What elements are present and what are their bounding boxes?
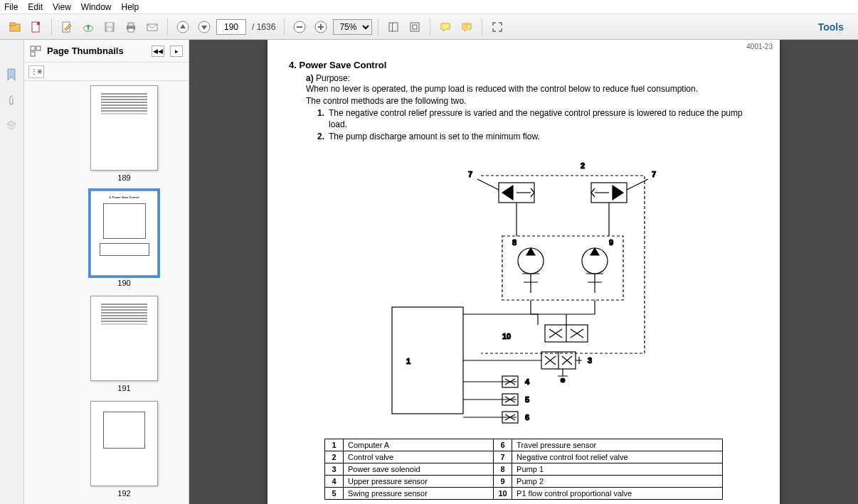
svg-text:1: 1: [406, 357, 411, 365]
svg-rect-25: [36, 46, 41, 50]
thumbnails-icon: [30, 45, 41, 57]
svg-rect-16: [297, 26, 302, 28]
pdf-page: 4001-23 4. Power Save Control a) Purpose…: [268, 40, 780, 504]
open-file-icon[interactable]: [6, 18, 24, 36]
thumb-192[interactable]: 192: [60, 401, 189, 498]
svg-rect-22: [411, 23, 419, 31]
thumb-190[interactable]: 4. Power Save Control 190: [60, 191, 189, 287]
zoom-out-icon[interactable]: [290, 18, 309, 36]
comment-icon[interactable]: [436, 18, 455, 36]
menu-file[interactable]: File: [4, 2, 18, 12]
table-row: 4Upper pressure sensor9Pump 2: [325, 475, 723, 487]
svg-rect-7: [107, 23, 112, 26]
svg-point-43: [561, 378, 565, 382]
paragraph-2: The control methods are the following tw…: [306, 95, 758, 107]
page-down-icon[interactable]: [195, 18, 213, 36]
numbered-list: 1.The negative control relief pressure i…: [317, 107, 758, 143]
svg-text:4: 4: [525, 377, 530, 386]
svg-text:7: 7: [468, 170, 472, 178]
svg-text:5: 5: [525, 395, 529, 404]
panel-menu-button[interactable]: ▸: [170, 45, 183, 57]
svg-rect-10: [128, 23, 134, 26]
svg-text:9: 9: [609, 238, 613, 247]
svg-rect-1: [10, 23, 15, 26]
menu-edit[interactable]: Edit: [28, 2, 43, 12]
svg-text:7: 7: [652, 170, 656, 178]
paragraph-1: When no lever is operated, the pump load…: [306, 83, 758, 95]
email-icon[interactable]: [143, 18, 161, 36]
fit-width-icon[interactable]: [384, 18, 403, 36]
tools-link[interactable]: Tools: [818, 21, 844, 33]
page-up-icon[interactable]: [174, 18, 192, 36]
thumbnails-panel: Page Thumbnails ◀◀ ▸ ⋮≡ 189 4. Power Sav…: [24, 40, 189, 504]
menu-bar: File Edit View Window Help: [0, 0, 858, 14]
table-row: 5Swing pressure sensor10P1 flow control …: [325, 487, 723, 499]
zoom-in-icon[interactable]: [312, 18, 330, 36]
menu-window[interactable]: Window: [81, 2, 112, 12]
toolbar: / 1636 75% Tools: [0, 14, 858, 40]
svg-rect-20: [389, 23, 398, 31]
menu-view[interactable]: View: [53, 2, 71, 12]
thumbnails-list[interactable]: 189 4. Power Save Control 190 191 192: [24, 81, 189, 504]
svg-text:3: 3: [588, 356, 592, 365]
page-number-input[interactable]: [216, 19, 246, 35]
section-title: 4. Power Save Control: [289, 60, 758, 70]
hydraulic-diagram: 2 7 7: [353, 154, 694, 431]
thumbnail-options-button[interactable]: ⋮≡: [28, 65, 44, 78]
svg-text:6: 6: [525, 413, 529, 422]
menu-help[interactable]: Help: [122, 2, 139, 12]
cloud-upload-icon[interactable]: [79, 18, 97, 36]
bookmark-icon[interactable]: [6, 68, 18, 81]
collapse-panel-button[interactable]: ◀◀: [152, 45, 164, 57]
svg-rect-24: [31, 46, 35, 50]
svg-rect-23: [413, 25, 417, 29]
svg-rect-19: [320, 24, 322, 30]
print-icon[interactable]: [122, 18, 140, 36]
svg-rect-39: [392, 307, 463, 414]
svg-rect-21: [392, 23, 393, 31]
legend-table: 1Computer A6Travel pressure sensor 2Cont…: [324, 439, 723, 500]
svg-text:2: 2: [581, 161, 585, 170]
page-corner-label: 4001-23: [746, 43, 773, 50]
svg-rect-11: [128, 28, 134, 32]
table-row: 3Power save solenoid8Pump 1: [325, 463, 723, 475]
table-row: 1Computer A6Travel pressure sensor: [325, 439, 723, 451]
thumbnails-title: Page Thumbnails: [47, 45, 146, 56]
svg-rect-26: [31, 52, 35, 56]
svg-rect-3: [37, 22, 40, 25]
table-row: 2Control valve7Negative control foot rel…: [325, 451, 723, 463]
highlight-icon[interactable]: [457, 18, 476, 36]
attachment-icon[interactable]: [6, 94, 18, 107]
subsection-a: a) Purpose:: [306, 73, 758, 83]
thumb-189[interactable]: 189: [60, 85, 189, 182]
edit-icon[interactable]: [58, 18, 76, 36]
svg-text:10: 10: [502, 332, 511, 341]
layers-icon[interactable]: [6, 119, 18, 132]
document-viewer[interactable]: 4001-23 4. Power Save Control a) Purpose…: [189, 40, 858, 504]
fit-page-icon[interactable]: [406, 18, 424, 36]
thumb-191[interactable]: 191: [60, 296, 189, 392]
page-total-label: / 1636: [252, 22, 275, 32]
nav-icon-column: [0, 40, 24, 504]
zoom-select[interactable]: 75%: [333, 19, 372, 35]
svg-text:8: 8: [512, 238, 517, 247]
save-icon[interactable]: [100, 18, 119, 36]
create-pdf-icon[interactable]: [27, 18, 46, 36]
svg-rect-8: [107, 28, 112, 31]
fullscreen-icon[interactable]: [488, 18, 507, 36]
